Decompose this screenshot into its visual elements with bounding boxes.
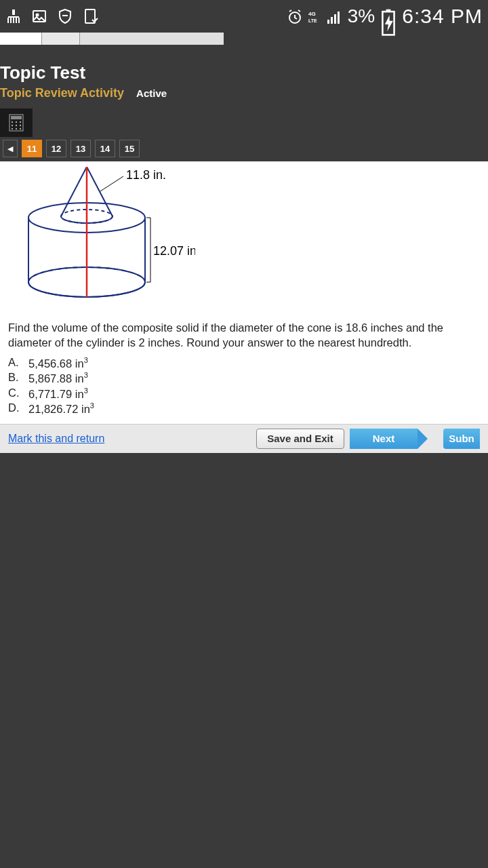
answer-options: A.5,456.68 in3 B.5,867.88 in3 C.6,771.79… bbox=[0, 356, 488, 424]
svg-point-20 bbox=[20, 125, 21, 126]
status-bar: 4GLTE 3% 6:34 PM bbox=[0, 0, 488, 33]
svg-point-15 bbox=[12, 121, 13, 123]
header: Topic Test Topic Review Activity Active bbox=[0, 47, 488, 104]
top-tabs bbox=[0, 33, 488, 47]
shield-icon bbox=[57, 8, 73, 24]
svg-point-21 bbox=[12, 128, 13, 130]
nav-item-15[interactable]: 15 bbox=[119, 140, 140, 157]
battery-icon bbox=[380, 8, 396, 24]
clock-time: 6:34 PM bbox=[402, 5, 483, 28]
tab-spacer bbox=[80, 33, 224, 45]
active-label: Active bbox=[136, 87, 167, 99]
save-exit-button[interactable]: Save and Exit bbox=[256, 429, 344, 449]
signal-icon bbox=[326, 8, 342, 24]
nav-prev-button[interactable]: ◀ bbox=[3, 140, 18, 157]
toolbar: ◀ 11 12 13 14 15 bbox=[0, 104, 488, 157]
svg-rect-14 bbox=[11, 116, 22, 119]
svg-line-32 bbox=[100, 176, 123, 191]
submit-button[interactable]: Subn bbox=[443, 429, 480, 449]
option-c[interactable]: C.6,771.79 in3 bbox=[8, 387, 480, 401]
svg-point-2 bbox=[37, 14, 39, 16]
svg-point-19 bbox=[16, 125, 17, 126]
diagram: 11.8 in. 12.07 in. bbox=[0, 161, 201, 317]
svg-line-30 bbox=[87, 167, 113, 216]
svg-rect-8 bbox=[331, 17, 333, 24]
svg-point-23 bbox=[20, 128, 21, 130]
diagram-label-side: 12.07 in. bbox=[153, 244, 195, 258]
next-button[interactable]: Next bbox=[350, 429, 418, 449]
alarm-icon bbox=[287, 8, 303, 24]
subtitle: Topic Review Activity bbox=[0, 86, 124, 100]
page-title: Topic Test bbox=[0, 62, 488, 83]
tab-b[interactable] bbox=[42, 33, 80, 45]
svg-line-29 bbox=[61, 167, 87, 216]
svg-point-22 bbox=[16, 128, 17, 130]
svg-point-18 bbox=[12, 125, 13, 126]
composite-solid-diagram: 11.8 in. 12.07 in. bbox=[5, 167, 195, 311]
diagram-label-top: 11.8 in. bbox=[126, 168, 166, 182]
calculator-icon bbox=[9, 114, 24, 132]
option-b[interactable]: B.5,867.88 in3 bbox=[8, 371, 480, 385]
tab-a[interactable] bbox=[0, 33, 42, 45]
nav-item-14[interactable]: 14 bbox=[95, 140, 115, 157]
svg-text:4G: 4G bbox=[308, 11, 316, 17]
svg-rect-7 bbox=[327, 20, 329, 24]
nav-item-13[interactable]: 13 bbox=[70, 140, 91, 157]
question-area: 11.8 in. 12.07 in. Find the volume of th… bbox=[0, 161, 488, 453]
footer-bar: Mark this and return Save and Exit Next … bbox=[0, 424, 488, 453]
nav-item-11[interactable]: 11 bbox=[22, 140, 42, 157]
lte-icon: 4GLTE bbox=[308, 8, 321, 24]
status-icons-left bbox=[5, 8, 99, 24]
calculator-button[interactable] bbox=[0, 108, 33, 137]
option-d[interactable]: D.21,826.72 in3 bbox=[8, 401, 480, 416]
svg-point-16 bbox=[16, 121, 17, 123]
question-text: Find the volume of the composite solid i… bbox=[0, 317, 488, 356]
cleaner-icon bbox=[5, 8, 22, 24]
svg-rect-9 bbox=[334, 14, 336, 24]
battery-percent: 3% bbox=[348, 5, 375, 27]
status-right: 4GLTE 3% 6:34 PM bbox=[287, 5, 483, 28]
svg-rect-0 bbox=[12, 9, 15, 15]
svg-point-17 bbox=[20, 121, 21, 123]
svg-rect-10 bbox=[338, 12, 340, 24]
mark-return-link[interactable]: Mark this and return bbox=[8, 433, 251, 445]
svg-text:LTE: LTE bbox=[308, 18, 317, 23]
question-nav: ◀ 11 12 13 14 15 bbox=[0, 140, 488, 157]
image-icon bbox=[31, 8, 47, 24]
nav-item-12[interactable]: 12 bbox=[46, 140, 66, 157]
svg-rect-12 bbox=[386, 9, 391, 12]
tablet-check-icon bbox=[83, 8, 99, 24]
option-a[interactable]: A.5,456.68 in3 bbox=[8, 356, 480, 370]
